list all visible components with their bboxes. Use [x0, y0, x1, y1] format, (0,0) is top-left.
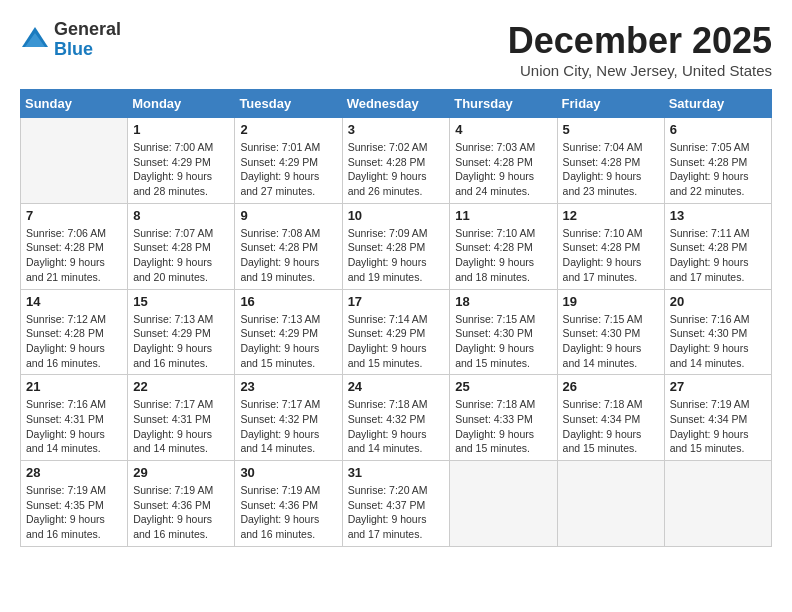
header-saturday: Saturday	[664, 90, 771, 118]
day-info: Sunrise: 7:17 AMSunset: 4:32 PMDaylight:…	[240, 397, 336, 456]
day-info: Sunrise: 7:01 AMSunset: 4:29 PMDaylight:…	[240, 140, 336, 199]
day-number: 5	[563, 122, 659, 137]
calendar-cell: 28Sunrise: 7:19 AMSunset: 4:35 PMDayligh…	[21, 461, 128, 547]
calendar-cell: 4Sunrise: 7:03 AMSunset: 4:28 PMDaylight…	[450, 118, 557, 204]
title-block: December 2025 Union City, New Jersey, Un…	[508, 20, 772, 79]
day-info: Sunrise: 7:16 AMSunset: 4:31 PMDaylight:…	[26, 397, 122, 456]
day-number: 9	[240, 208, 336, 223]
day-number: 31	[348, 465, 445, 480]
calendar-cell: 21Sunrise: 7:16 AMSunset: 4:31 PMDayligh…	[21, 375, 128, 461]
header-friday: Friday	[557, 90, 664, 118]
calendar-cell: 29Sunrise: 7:19 AMSunset: 4:36 PMDayligh…	[128, 461, 235, 547]
day-number: 19	[563, 294, 659, 309]
header-sunday: Sunday	[21, 90, 128, 118]
calendar-cell: 11Sunrise: 7:10 AMSunset: 4:28 PMDayligh…	[450, 203, 557, 289]
week-row-3: 14Sunrise: 7:12 AMSunset: 4:28 PMDayligh…	[21, 289, 772, 375]
day-number: 8	[133, 208, 229, 223]
calendar-cell: 1Sunrise: 7:00 AMSunset: 4:29 PMDaylight…	[128, 118, 235, 204]
header-tuesday: Tuesday	[235, 90, 342, 118]
day-number: 2	[240, 122, 336, 137]
day-info: Sunrise: 7:20 AMSunset: 4:37 PMDaylight:…	[348, 483, 445, 542]
calendar-cell: 25Sunrise: 7:18 AMSunset: 4:33 PMDayligh…	[450, 375, 557, 461]
calendar-cell: 23Sunrise: 7:17 AMSunset: 4:32 PMDayligh…	[235, 375, 342, 461]
header-monday: Monday	[128, 90, 235, 118]
day-number: 18	[455, 294, 551, 309]
day-info: Sunrise: 7:12 AMSunset: 4:28 PMDaylight:…	[26, 312, 122, 371]
calendar-cell: 12Sunrise: 7:10 AMSunset: 4:28 PMDayligh…	[557, 203, 664, 289]
calendar-cell	[21, 118, 128, 204]
calendar-header: Sunday Monday Tuesday Wednesday Thursday…	[21, 90, 772, 118]
day-number: 24	[348, 379, 445, 394]
calendar-cell: 27Sunrise: 7:19 AMSunset: 4:34 PMDayligh…	[664, 375, 771, 461]
day-info: Sunrise: 7:10 AMSunset: 4:28 PMDaylight:…	[455, 226, 551, 285]
day-number: 13	[670, 208, 766, 223]
day-number: 20	[670, 294, 766, 309]
day-info: Sunrise: 7:09 AMSunset: 4:28 PMDaylight:…	[348, 226, 445, 285]
day-info: Sunrise: 7:19 AMSunset: 4:35 PMDaylight:…	[26, 483, 122, 542]
logo-general: General	[54, 20, 121, 40]
logo: General Blue	[20, 20, 121, 60]
day-info: Sunrise: 7:19 AMSunset: 4:34 PMDaylight:…	[670, 397, 766, 456]
day-number: 1	[133, 122, 229, 137]
day-info: Sunrise: 7:03 AMSunset: 4:28 PMDaylight:…	[455, 140, 551, 199]
day-info: Sunrise: 7:18 AMSunset: 4:34 PMDaylight:…	[563, 397, 659, 456]
header-row: Sunday Monday Tuesday Wednesday Thursday…	[21, 90, 772, 118]
logo-text: General Blue	[54, 20, 121, 60]
calendar-cell: 31Sunrise: 7:20 AMSunset: 4:37 PMDayligh…	[342, 461, 450, 547]
day-number: 7	[26, 208, 122, 223]
day-number: 11	[455, 208, 551, 223]
month-title: December 2025	[508, 20, 772, 62]
day-number: 30	[240, 465, 336, 480]
calendar-cell: 20Sunrise: 7:16 AMSunset: 4:30 PMDayligh…	[664, 289, 771, 375]
day-info: Sunrise: 7:04 AMSunset: 4:28 PMDaylight:…	[563, 140, 659, 199]
day-info: Sunrise: 7:13 AMSunset: 4:29 PMDaylight:…	[240, 312, 336, 371]
day-info: Sunrise: 7:05 AMSunset: 4:28 PMDaylight:…	[670, 140, 766, 199]
calendar-cell: 6Sunrise: 7:05 AMSunset: 4:28 PMDaylight…	[664, 118, 771, 204]
day-number: 27	[670, 379, 766, 394]
day-info: Sunrise: 7:08 AMSunset: 4:28 PMDaylight:…	[240, 226, 336, 285]
day-info: Sunrise: 7:18 AMSunset: 4:32 PMDaylight:…	[348, 397, 445, 456]
day-number: 17	[348, 294, 445, 309]
logo-blue: Blue	[54, 40, 121, 60]
day-number: 28	[26, 465, 122, 480]
calendar-cell: 5Sunrise: 7:04 AMSunset: 4:28 PMDaylight…	[557, 118, 664, 204]
calendar-cell: 30Sunrise: 7:19 AMSunset: 4:36 PMDayligh…	[235, 461, 342, 547]
week-row-2: 7Sunrise: 7:06 AMSunset: 4:28 PMDaylight…	[21, 203, 772, 289]
calendar-cell: 13Sunrise: 7:11 AMSunset: 4:28 PMDayligh…	[664, 203, 771, 289]
day-info: Sunrise: 7:16 AMSunset: 4:30 PMDaylight:…	[670, 312, 766, 371]
calendar-cell	[557, 461, 664, 547]
calendar-table: Sunday Monday Tuesday Wednesday Thursday…	[20, 89, 772, 547]
day-number: 23	[240, 379, 336, 394]
calendar-cell: 18Sunrise: 7:15 AMSunset: 4:30 PMDayligh…	[450, 289, 557, 375]
calendar-cell: 9Sunrise: 7:08 AMSunset: 4:28 PMDaylight…	[235, 203, 342, 289]
calendar-cell: 2Sunrise: 7:01 AMSunset: 4:29 PMDaylight…	[235, 118, 342, 204]
calendar-cell: 3Sunrise: 7:02 AMSunset: 4:28 PMDaylight…	[342, 118, 450, 204]
day-number: 15	[133, 294, 229, 309]
day-info: Sunrise: 7:10 AMSunset: 4:28 PMDaylight:…	[563, 226, 659, 285]
page-header: General Blue December 2025 Union City, N…	[20, 20, 772, 79]
day-number: 10	[348, 208, 445, 223]
calendar-cell: 19Sunrise: 7:15 AMSunset: 4:30 PMDayligh…	[557, 289, 664, 375]
day-info: Sunrise: 7:13 AMSunset: 4:29 PMDaylight:…	[133, 312, 229, 371]
calendar-cell: 16Sunrise: 7:13 AMSunset: 4:29 PMDayligh…	[235, 289, 342, 375]
calendar-cell: 8Sunrise: 7:07 AMSunset: 4:28 PMDaylight…	[128, 203, 235, 289]
day-info: Sunrise: 7:15 AMSunset: 4:30 PMDaylight:…	[563, 312, 659, 371]
day-number: 4	[455, 122, 551, 137]
day-info: Sunrise: 7:17 AMSunset: 4:31 PMDaylight:…	[133, 397, 229, 456]
calendar-cell	[664, 461, 771, 547]
day-info: Sunrise: 7:18 AMSunset: 4:33 PMDaylight:…	[455, 397, 551, 456]
day-info: Sunrise: 7:19 AMSunset: 4:36 PMDaylight:…	[133, 483, 229, 542]
day-number: 6	[670, 122, 766, 137]
calendar-cell: 10Sunrise: 7:09 AMSunset: 4:28 PMDayligh…	[342, 203, 450, 289]
week-row-5: 28Sunrise: 7:19 AMSunset: 4:35 PMDayligh…	[21, 461, 772, 547]
day-info: Sunrise: 7:11 AMSunset: 4:28 PMDaylight:…	[670, 226, 766, 285]
day-info: Sunrise: 7:19 AMSunset: 4:36 PMDaylight:…	[240, 483, 336, 542]
location: Union City, New Jersey, United States	[508, 62, 772, 79]
day-info: Sunrise: 7:15 AMSunset: 4:30 PMDaylight:…	[455, 312, 551, 371]
day-info: Sunrise: 7:02 AMSunset: 4:28 PMDaylight:…	[348, 140, 445, 199]
day-number: 14	[26, 294, 122, 309]
day-number: 21	[26, 379, 122, 394]
day-number: 25	[455, 379, 551, 394]
day-number: 16	[240, 294, 336, 309]
calendar-cell: 14Sunrise: 7:12 AMSunset: 4:28 PMDayligh…	[21, 289, 128, 375]
